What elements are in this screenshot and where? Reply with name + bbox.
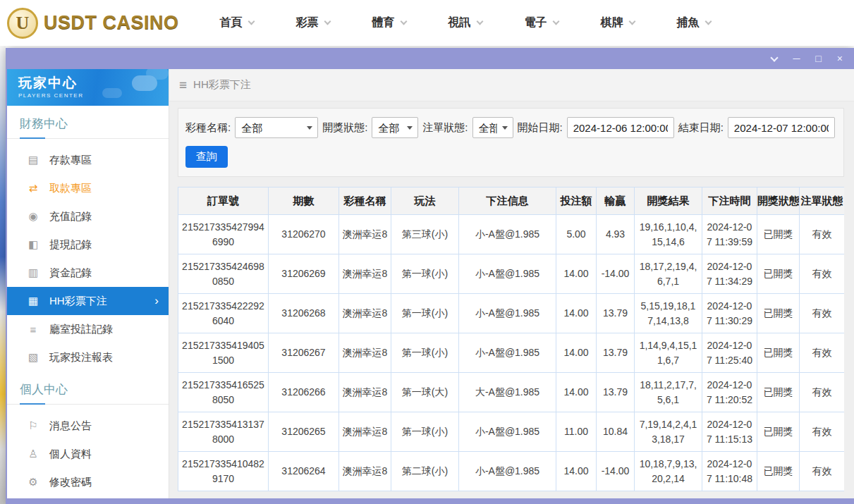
nav-item-lottery[interactable]: 彩票 [296, 16, 330, 30]
cell-order-status: 有效 [800, 333, 845, 373]
table-row: 215217335422292604031206268澳洲幸运8第一球(小)小-… [178, 294, 845, 333]
cell-bet-time: 2024-12-07 11:25:40 [702, 333, 757, 373]
column-header-period: 期數 [269, 188, 339, 215]
cell-win-loss: -14.00 [597, 452, 635, 491]
draw-status-select[interactable]: 全部 [372, 117, 418, 138]
nav-item-label: 電子 [525, 16, 547, 30]
cell-draw-status: 已開獎 [757, 452, 800, 491]
sidebar-item-hh-lottery-bets[interactable]: ▦ HH彩票下注 › [7, 287, 169, 315]
chevron-down-icon [476, 18, 483, 25]
search-button[interactable]: 查詢 [185, 146, 228, 168]
sidebar-item-deposit-zone[interactable]: ▤ 存款專區 › [7, 146, 169, 174]
player-bets-report-icon: ▧ [27, 351, 39, 364]
cell-bet-time: 2024-12-07 11:34:29 [702, 254, 757, 294]
start-date-label: 開始日期: [518, 121, 563, 135]
cell-lottery-name: 澳洲幸运8 [339, 333, 391, 373]
start-date-input[interactable] [567, 117, 674, 138]
cell-draw-result: 18,17,2,19,4,6,7,1 [635, 254, 702, 294]
sidebar-item-recharge-records[interactable]: ◉ 充值記錄 › [7, 202, 169, 231]
background-page-strip [0, 46, 6, 504]
cell-bet-info: 小-A盤@1.985 [459, 294, 556, 333]
nav-item-label: 視訊 [449, 16, 471, 30]
gamepad-icon [132, 75, 157, 91]
sidebar-item-label: 個人資料 [49, 448, 92, 461]
sidebar-item-funds-records[interactable]: ▥ 資金記錄 › [7, 259, 169, 287]
main-nav: 首頁 彩票 體育 視訊 電子 [220, 16, 711, 30]
cell-order-no: 2152173354131378000 [178, 412, 269, 452]
cell-bet-info: 小-A盤@1.985 [459, 254, 556, 294]
logo-coin-icon: U [7, 8, 38, 39]
cell-draw-result: 19,16,1,10,4,15,14,6 [635, 215, 702, 254]
nav-item-home[interactable]: 首頁 [220, 16, 254, 30]
announcement-bell-icon: ⚐ [27, 419, 39, 432]
cell-draw-status: 已開獎 [757, 294, 800, 333]
sidebar-item-player-bet-report[interactable]: ▧ 玩家投注報表 › [7, 343, 169, 371]
nav-item-fishing[interactable]: 捕魚 [677, 16, 711, 30]
cell-play-type: 第一球(小) [391, 412, 459, 452]
nav-item-slots[interactable]: 電子 [525, 16, 559, 30]
sidebar-item-withdraw-records[interactable]: ◧ 提現記錄 › [7, 231, 169, 259]
cell-play-type: 第一球(小) [391, 254, 459, 294]
cell-draw-status: 已開獎 [757, 333, 800, 373]
breadcrumb: ≡ HH彩票下注 [169, 69, 854, 102]
cell-win-loss: 10.84 [597, 412, 635, 452]
chevron-down-icon [704, 18, 712, 25]
nav-item-sports[interactable]: 體育 [372, 16, 406, 30]
chevron-right-icon: › [154, 294, 159, 308]
end-date-input[interactable] [728, 117, 835, 138]
nav-item-label: 首頁 [220, 16, 243, 30]
column-header-draw-status: 開獎狀態 [757, 188, 800, 215]
window-body: 玩家中心 PLAYERS CENTER 財務中心 ▤ 存款專區 › ⇄ [7, 69, 854, 498]
sidebar-item-announcements[interactable]: ⚐ 消息公告 › [7, 412, 169, 440]
menu-toggle-icon[interactable]: ≡ [179, 78, 187, 93]
sidebar-item-withdraw-zone[interactable]: ⇄ 取款專區 › [7, 174, 169, 202]
nav-item-label: 體育 [372, 16, 395, 30]
cell-draw-status: 已開獎 [757, 412, 800, 452]
gear-icon: ⚙ [27, 476, 39, 488]
window-minimize-icon[interactable]: ─ [793, 54, 800, 63]
table-row: 215217335413137800031206265澳洲幸运8第一球(小)小-… [178, 412, 845, 452]
lottery-name-select[interactable]: 全部 [235, 117, 318, 138]
cell-bet-time: 2024-12-07 11:39:59 [702, 215, 757, 254]
window-close-icon[interactable]: × [837, 54, 843, 63]
table-row: 215217335410482917031206264澳洲幸运8第二球(小)小-… [178, 452, 845, 491]
cell-bet-amount: 14.00 [556, 373, 597, 412]
top-navbar: U USDT CASINO 首頁 彩票 體育 [0, 0, 854, 46]
cell-bet-info: 大-A盤@1.985 [459, 373, 556, 412]
nav-item-live-video[interactable]: 視訊 [449, 16, 482, 30]
sidebar-item-change-password[interactable]: ⚙ 修改密碼 › [7, 468, 169, 496]
cell-order-status: 有效 [800, 452, 845, 491]
order-status-select[interactable]: 全部 [472, 117, 513, 138]
cell-play-type: 第二球(小) [391, 452, 459, 491]
hall-bets-record-icon: ≡ [27, 324, 39, 336]
cell-bet-amount: 14.00 [556, 294, 597, 333]
cell-bet-amount: 14.00 [556, 333, 597, 373]
cell-draw-result: 10,18,7,9,13,20,2,14 [635, 452, 702, 491]
sidebar-item-label: 存款專區 [49, 154, 92, 167]
cell-order-status: 有效 [800, 412, 845, 452]
site-logo[interactable]: U USDT CASINO [7, 8, 179, 39]
cell-draw-status: 已開獎 [757, 254, 800, 294]
lottery-bets-icon: ▦ [27, 295, 39, 307]
bets-table: 訂單號期數彩種名稱玩法下注信息投注額輸贏開獎結果下注時間開獎狀態注單狀態 215… [178, 187, 844, 491]
cell-period: 31206266 [269, 373, 339, 412]
window-maximize-icon[interactable]: □ [815, 54, 821, 63]
sidebar-item-profile[interactable]: ♙ 個人資料 › [7, 440, 169, 468]
cell-draw-status: 已開獎 [757, 373, 800, 412]
chevron-down-icon [324, 18, 331, 25]
cell-bet-time: 2024-12-07 11:10:48 [702, 452, 757, 491]
cell-order-no: 2152173354222926040 [178, 294, 269, 333]
cell-lottery-name: 澳洲幸运8 [339, 254, 391, 294]
cell-order-no: 2152173354246980850 [178, 254, 269, 294]
sidebar-item-hall-bet-records[interactable]: ≡ 廳室投註記錄 › [7, 315, 169, 343]
funds-record-icon: ▥ [27, 266, 39, 279]
nav-item-board-games[interactable]: 棋牌 [601, 16, 635, 30]
cell-order-no: 2152173354194051500 [178, 333, 269, 373]
sidebar-subtitle: PLAYERS CENTER [18, 92, 169, 99]
cell-period: 31206264 [269, 452, 339, 491]
window-rollup-icon[interactable] [771, 54, 779, 61]
cell-bet-info: 小-A盤@1.985 [459, 452, 556, 491]
cell-lottery-name: 澳洲幸运8 [339, 452, 391, 491]
cell-order-no: 2152173354104829170 [178, 452, 269, 491]
page: U USDT CASINO 首頁 彩票 體育 [0, 0, 854, 504]
